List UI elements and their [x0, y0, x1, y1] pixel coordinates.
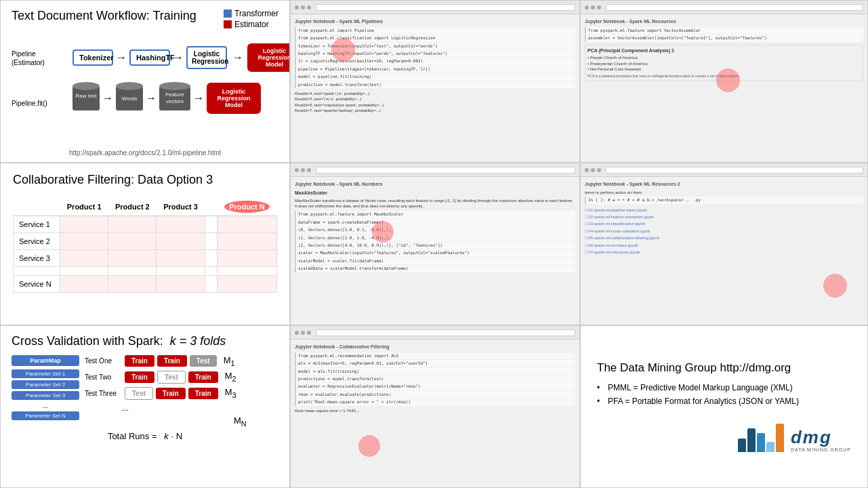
- cv-mn: MN: [234, 415, 278, 428]
- fit-arrow2: →: [146, 92, 157, 104]
- browser-bar-2: [291, 1, 579, 14]
- cv-test-2: Test: [157, 371, 186, 384]
- cv-test-1: Test: [190, 355, 217, 367]
- cf-service-dots: [14, 267, 60, 276]
- cv-row-3: Test Three Test Train Train M3: [85, 387, 278, 400]
- cf-service-3: Service 3: [14, 250, 60, 267]
- cf-cell-snpn: [217, 276, 276, 293]
- cf-service-1: Service 1: [14, 216, 60, 233]
- lr-model-box: LogisticRegressionModel: [247, 43, 290, 72]
- code-5a: from pyspark.ml.feature import MaxAbsSca…: [295, 211, 575, 218]
- url-text: http://spark.apache.org/docs/2.1.0/ml-pi…: [69, 149, 221, 157]
- cf-cell-dp3: [157, 267, 205, 276]
- cv-row2-label: Test Two: [85, 373, 122, 381]
- dmg-full-text: DATA MINING GROUP: [791, 447, 851, 452]
- cross-validation-cell: Cross Validation with Spark: k = 3 folds…: [0, 325, 290, 488]
- code-8g: print("Root-mean-square error = " + str(…: [295, 399, 575, 405]
- cv-train-3b: Train: [188, 388, 218, 399]
- collaborative-filtering-cell: Collaborative Filtering: Data Option 3 P…: [0, 163, 290, 325]
- cv-row-2: Test Two Train Test Train M2: [85, 371, 278, 384]
- cv-row-dots: ...: [122, 403, 278, 413]
- notebook-title-8: Jupyter Notebook - Collaborative Filteri…: [295, 344, 575, 350]
- cf-cell-sne: [205, 276, 217, 293]
- browser-url-5: [316, 167, 575, 174]
- file-list-6: □ 01-spark-ml-pipeline-basic.ipynb □ 02-…: [585, 207, 863, 256]
- code-8c: model = als.fit(training): [295, 368, 575, 375]
- dmg-bar-2: [747, 428, 756, 452]
- browser-dot-3c: [597, 5, 601, 9]
- cv-train-2b: Train: [188, 371, 218, 383]
- feature-vectors-cylinder: Featurevectors: [159, 86, 190, 110]
- cv-row3-label: Test Three: [85, 390, 122, 397]
- cf-cell-s2e: [205, 233, 217, 250]
- cf-cell-s3p2: [108, 250, 157, 267]
- cf-cell-s2pn: [217, 233, 276, 250]
- notebook-title-6: Jupyter Notebook - Spark ML Resources 2: [585, 181, 863, 188]
- browser-url-6: [606, 167, 863, 174]
- code-8d: predictions = model.transform(test): [295, 375, 575, 382]
- max-abs-desc: MaxAbsScaler transforms a dataset of Vec…: [295, 198, 575, 209]
- code-5e: (2, Vectors.dense([4.0, 10.0, 8.0]),)], …: [295, 242, 575, 249]
- dmg-bar-5: [776, 424, 784, 452]
- browser-dot-8c: [307, 331, 311, 335]
- code-8b: als = ALS(maxIter=5, regParam=0.01, user…: [295, 360, 575, 367]
- cf-cell-snp3: [157, 276, 205, 293]
- code-6a: items to perform action on them.: [585, 190, 863, 195]
- notebook-title-5: Jupyter Notebook - Spark ML Numbers: [295, 181, 575, 188]
- raw-text-cylinder: Raw text: [73, 86, 100, 110]
- cf-header-p2: Product 2: [108, 198, 157, 216]
- estimator-legend: Estimator: [224, 20, 278, 29]
- cv-train-2a: Train: [125, 371, 154, 383]
- cf-header-pn: Product N: [217, 198, 276, 216]
- browser-url-8: [316, 329, 575, 336]
- transformer-legend: Transformer: [224, 9, 278, 18]
- file-item-6: □ 06-spark-ml-numbers.ipynb: [585, 242, 863, 249]
- file-item-1: □ 01-spark-ml-pipeline-basic.ipynb: [585, 207, 863, 214]
- screenshot-content-5: Jupyter Notebook - Spark ML Numbers MaxA…: [291, 177, 579, 277]
- legend: Transformer Estimator: [224, 9, 278, 30]
- cf-header-p1: Product 1: [60, 198, 108, 216]
- code-line-3a: from pyspark.ml.feature import VectorAss…: [585, 27, 863, 34]
- browser-url-2: [316, 4, 575, 11]
- cv-test-3: Test: [125, 387, 153, 400]
- code-line-1: from pyspark.ml import Pipeline: [295, 27, 575, 34]
- param-set-n: Parameter Set N: [12, 411, 79, 420]
- dmg-text: dmg: [791, 428, 851, 446]
- cf-header-empty: [14, 198, 60, 216]
- cf-row-dots: [14, 267, 277, 276]
- cv-row-1: Test One Train Train Test M1: [85, 355, 278, 367]
- cf-cell-s3p1: [60, 250, 108, 267]
- browser-dot-6c: [597, 168, 601, 172]
- screenshot-top-right: Jupyter Notebook - Spark ML Resources fr…: [580, 0, 868, 163]
- cell9-title: The Data Mining Group http://dmg.org: [597, 361, 851, 375]
- screenshot-inner-8: Jupyter Notebook - Collaborative Filteri…: [291, 326, 579, 487]
- cv-content: ParamMap Parameter Set 1 Parameter Set 2…: [12, 355, 278, 427]
- cv-m2: M2: [225, 371, 236, 383]
- code-line-3b: assembler = VectorAssembler(inputCols=["…: [585, 35, 863, 41]
- notebook-title-2: Jupyter Notebook - Spark ML Pipelines: [295, 18, 575, 25]
- arrow2: →: [173, 52, 184, 64]
- arrow1: →: [116, 52, 127, 64]
- code-5c: (0, Vectors.dense([1.0, 0.1, -8.0]),),: [295, 226, 575, 233]
- max-abs-scaler-label: MaxAbsScaler: [295, 190, 575, 197]
- cf-cell-s1p3: [157, 216, 205, 233]
- cf-cell-s3p3: [157, 250, 205, 267]
- bullet-list: PMML = Predictive Model Markup Language …: [597, 383, 851, 410]
- fit-arrow3: →: [193, 92, 204, 104]
- screenshot-content-2: Jupyter Notebook - Spark ML Pipelines fr…: [291, 14, 579, 117]
- cf-table: Product 1 Product 2 Product 3 Product N …: [13, 198, 277, 293]
- hashingTF-box: HashingTF: [129, 49, 170, 66]
- screenshot-inner-3: Jupyter Notebook - Spark ML Resources fr…: [581, 1, 867, 162]
- cv-row1-label: Test One: [85, 357, 122, 365]
- cf-service-2: Service 2: [14, 233, 60, 250]
- k-symbol: k: [164, 431, 169, 441]
- browser-dot-5b: [301, 168, 305, 172]
- data-mining-group-cell: The Data Mining Group http://dmg.org PMM…: [580, 325, 868, 488]
- cell4-title: Collaborative Filtering: Data Option 3: [13, 173, 277, 187]
- pipeline-fit-label: Pipeline.fit(): [12, 99, 47, 108]
- dmg-bar-4: [766, 442, 774, 452]
- cf-cell-de: [205, 267, 217, 276]
- param-set-2: Parameter Set 2: [12, 380, 79, 389]
- code-5g: scalerModel = scaler.fit(dataFrame): [295, 258, 575, 264]
- dmg-logo-container: dmg DATA MINING GROUP: [597, 424, 851, 452]
